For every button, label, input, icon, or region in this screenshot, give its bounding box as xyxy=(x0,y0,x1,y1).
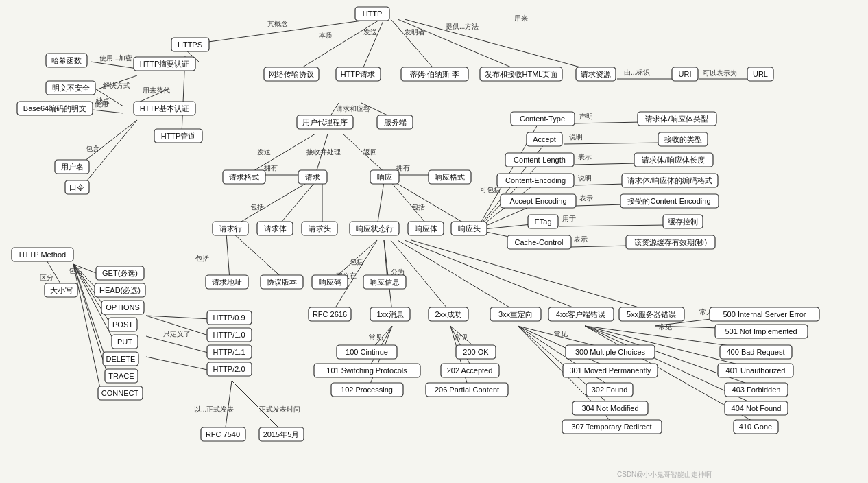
svg-text:GET(必选): GET(必选) xyxy=(102,269,138,277)
node-request-head: 请求头 xyxy=(302,222,337,235)
svg-text:HTTP/2.0: HTTP/2.0 xyxy=(213,365,245,373)
node-rfc2616: RFC 2616 xyxy=(309,307,351,321)
node-request: 请求 xyxy=(298,170,327,184)
svg-text:URI: URI xyxy=(679,70,692,78)
svg-text:请求资源: 请求资源 xyxy=(581,70,611,78)
svg-text:HTTPS: HTTPS xyxy=(178,40,202,49)
node-response-format: 响应格式 xyxy=(429,170,471,184)
svg-line-120 xyxy=(564,143,662,144)
node-accept: Accept xyxy=(527,132,562,146)
svg-text:口令: 口令 xyxy=(69,183,84,191)
node-username: 用户名 xyxy=(55,160,89,174)
node-3xx: 3xx重定向 xyxy=(490,307,541,321)
svg-text:提供...方法: 提供...方法 xyxy=(446,23,479,30)
node-http11: HTTP/1.1 xyxy=(207,345,252,359)
node-s403: 403 Forbidden xyxy=(725,383,788,397)
svg-line-50 xyxy=(394,182,470,226)
node-response-head: 响应头 xyxy=(451,222,487,235)
node-s401: 401 Unauthorized xyxy=(718,364,793,377)
svg-text:2xx成功: 2xx成功 xyxy=(435,310,461,318)
svg-text:服务端: 服务端 xyxy=(384,118,407,126)
svg-text:可以表示为: 可以表示为 xyxy=(703,69,737,77)
svg-text:Accept: Accept xyxy=(533,135,556,143)
svg-text:解决方式: 解决方式 xyxy=(103,82,130,89)
node-response-body: 响应体 xyxy=(408,222,444,235)
svg-text:501 Not Implemented: 501 Not Implemented xyxy=(725,327,797,335)
node-response-status: 响应状态行 xyxy=(350,222,399,235)
svg-text:2015年5月: 2015年5月 xyxy=(263,430,300,438)
svg-line-44 xyxy=(233,182,309,226)
node-s410: 410 Gone xyxy=(734,420,778,434)
svg-text:响应体: 响应体 xyxy=(415,224,437,233)
svg-text:常见: 常见 xyxy=(455,333,468,341)
node-request-resource: 请求资源 xyxy=(576,67,616,81)
svg-line-4 xyxy=(361,19,384,72)
svg-text:拥有: 拥有 xyxy=(264,164,278,172)
node-server: 服务端 xyxy=(377,115,413,129)
node-req-res-len: 请求体/响应体长度 xyxy=(634,153,713,167)
svg-text:表示: 表示 xyxy=(578,153,592,161)
node-http-digest: HTTP摘要认证 xyxy=(134,57,195,71)
svg-text:Content-Type: Content-Type xyxy=(520,115,565,123)
node-rfc7540: RFC 7540 xyxy=(201,427,245,441)
node-http09: HTTP/0.9 xyxy=(207,311,252,325)
svg-text:包括: 包括 xyxy=(250,203,264,211)
svg-line-126 xyxy=(576,204,624,206)
svg-text:只定义了: 只定义了 xyxy=(163,330,191,338)
svg-text:4xx客户端错误: 4xx客户端错误 xyxy=(556,310,605,318)
node-cache-ctrl: 缓存控制 xyxy=(663,215,703,228)
node-delete: DELETE xyxy=(103,352,138,366)
node-http: HTTP xyxy=(355,7,389,21)
svg-text:请求头: 请求头 xyxy=(309,224,331,233)
svg-line-84 xyxy=(398,240,518,312)
svg-text:接收的类型: 接收的类型 xyxy=(664,135,702,143)
node-content-type: Content-Type xyxy=(511,112,575,126)
svg-text:HTTP/1.0: HTTP/1.0 xyxy=(213,331,245,339)
node-etag: ETag xyxy=(528,215,558,228)
svg-text:常见: 常见 xyxy=(554,330,568,338)
node-http-basic: HTTP基本认证 xyxy=(134,102,195,115)
node-year2015: 2015年5月 xyxy=(259,427,304,441)
svg-text:常见: 常见 xyxy=(369,333,383,341)
svg-text:用于: 用于 xyxy=(562,215,576,222)
svg-text:响应码: 响应码 xyxy=(319,278,341,286)
node-tim-berners: 蒂姆·伯纳斯-李 xyxy=(401,67,468,81)
svg-text:HTTP基本认证: HTTP基本认证 xyxy=(140,104,190,113)
node-response: 响应 xyxy=(370,170,399,184)
svg-text:DELETE: DELETE xyxy=(106,355,136,363)
watermark: CSDN@小小鬼哥智能山走神啊 xyxy=(617,471,712,478)
svg-line-85 xyxy=(405,240,585,312)
svg-text:HTTP/0.9: HTTP/0.9 xyxy=(213,314,245,322)
svg-text:缓存控制: 缓存控制 xyxy=(668,217,698,226)
svg-text:HTTP Method: HTTP Method xyxy=(19,250,66,259)
svg-line-124 xyxy=(575,184,625,185)
svg-line-10 xyxy=(405,19,598,72)
node-req-res-enc: 请求体/响应体的编码格式 xyxy=(622,174,718,187)
node-put: PUT xyxy=(112,335,138,349)
node-cache-control: Cache-Control xyxy=(507,235,571,249)
svg-text:响应状态行: 响应状态行 xyxy=(356,224,394,233)
svg-line-25 xyxy=(80,120,137,189)
svg-text:Content-Length: Content-Length xyxy=(514,156,566,164)
svg-text:RFC 2616: RFC 2616 xyxy=(313,310,347,318)
svg-line-6 xyxy=(391,19,437,72)
svg-text:大小写: 大小写 xyxy=(50,286,73,294)
svg-text:网络传输协议: 网络传输协议 xyxy=(269,70,314,78)
svg-text:使用...加密: 使用...加密 xyxy=(99,54,132,62)
node-s404: 404 Not Found xyxy=(725,401,788,415)
node-s307: 307 Temporary Redirect xyxy=(562,420,662,434)
svg-text:PUT: PUT xyxy=(117,338,132,346)
node-post: POST xyxy=(108,318,137,331)
svg-text:POST: POST xyxy=(112,320,133,329)
node-trace: TRACE xyxy=(105,369,138,383)
svg-text:100 Cintinue: 100 Cintinue xyxy=(346,348,388,356)
svg-text:可包括: 可包括 xyxy=(480,186,501,193)
svg-text:包含: 包含 xyxy=(86,145,99,152)
node-connect: CONNECT xyxy=(98,386,143,400)
svg-text:表示: 表示 xyxy=(574,235,588,243)
node-request-line: 请求行 xyxy=(213,222,248,235)
svg-text:请求体/响应体类型: 请求体/响应体类型 xyxy=(645,115,708,123)
svg-text:304 Not Modified: 304 Not Modified xyxy=(581,404,638,412)
svg-text:请求: 请求 xyxy=(305,173,320,181)
svg-text:响应信息: 响应信息 xyxy=(370,278,400,286)
